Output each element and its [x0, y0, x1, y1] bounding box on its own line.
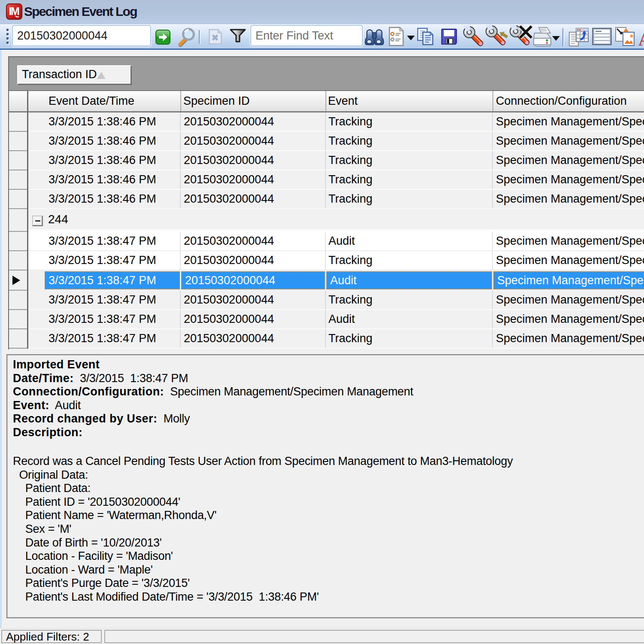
svg-text:IM: IM: [9, 5, 19, 17]
